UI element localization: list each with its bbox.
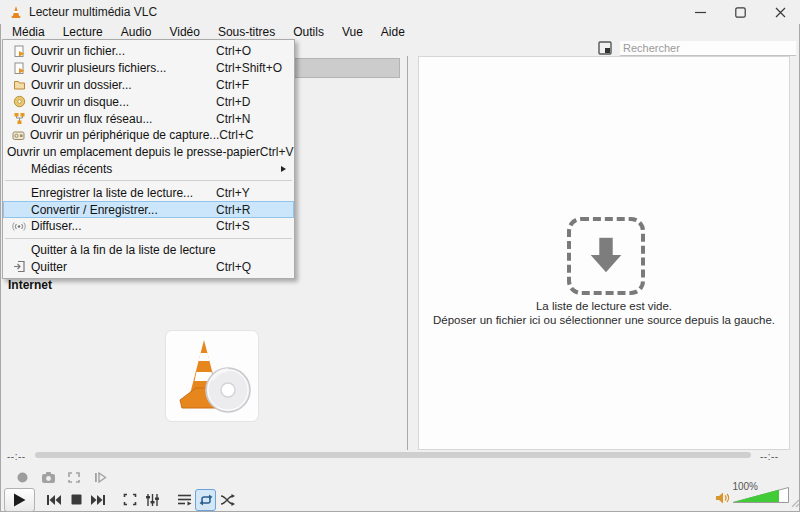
menu-item-quit-after-playlist[interactable]: Quitter à la fin de la liste de lecture xyxy=(3,242,294,259)
window-title: Lecteur multimédia VLC xyxy=(29,5,157,19)
ab-loop-icon[interactable] xyxy=(66,469,82,485)
panel-splitter[interactable] xyxy=(407,56,408,450)
menu-media[interactable]: Média xyxy=(3,24,54,41)
fullscreen-icon xyxy=(123,493,137,506)
menu-item-open-network-stream[interactable]: Ouvrir un flux réseau... Ctrl+N xyxy=(3,110,294,127)
vlc-cone-disc-icon xyxy=(170,336,254,416)
menu-vue[interactable]: Vue xyxy=(333,24,372,41)
media-file-icon xyxy=(7,45,31,58)
extended-settings-button[interactable] xyxy=(141,488,163,512)
vlc-logo-card xyxy=(165,330,259,422)
menu-separator xyxy=(5,238,292,239)
title-bar: Lecteur multimédia VLC xyxy=(0,0,800,24)
record-icon[interactable] xyxy=(14,469,30,485)
disc-icon xyxy=(7,95,31,108)
menu-item-open-multiple-files[interactable]: Ouvrir plusieurs fichiers... Ctrl+Shift+… xyxy=(3,60,294,77)
loop-icon xyxy=(199,494,213,506)
menu-item-recent-media[interactable]: Médias récents xyxy=(3,161,294,178)
minimize-icon[interactable] xyxy=(680,0,720,24)
loop-button[interactable] xyxy=(195,489,216,511)
menu-bar: Média Lecture Audio Vidéo Sous-titres Ou… xyxy=(0,24,800,40)
menu-item-open-capture-device[interactable]: Ouvrir un périphérique de capture... Ctr… xyxy=(3,127,294,144)
previous-button[interactable] xyxy=(43,488,65,512)
stop-icon xyxy=(71,494,82,505)
menu-item-stream[interactable]: Diffuser... Ctrl+S xyxy=(3,218,294,235)
time-total: --:-- xyxy=(760,451,779,462)
vlc-cone-icon xyxy=(9,5,23,19)
menu-soustitres[interactable]: Sous-titres xyxy=(209,24,284,41)
network-icon xyxy=(7,112,31,125)
shuffle-icon xyxy=(220,494,235,506)
previous-icon xyxy=(46,494,62,506)
menu-item-save-playlist[interactable]: Enregistrer la liste de lecture... Ctrl+… xyxy=(3,184,294,201)
menu-video[interactable]: Vidéo xyxy=(160,24,208,41)
seek-slider[interactable] xyxy=(35,452,751,458)
broadcast-icon xyxy=(7,220,31,233)
sidebar-group-internet[interactable]: Internet xyxy=(8,278,52,292)
drop-zone[interactable] xyxy=(567,217,645,295)
search-input[interactable] xyxy=(620,41,796,56)
next-icon xyxy=(90,494,106,506)
menu-audio[interactable]: Audio xyxy=(112,24,161,41)
window-controls xyxy=(680,0,800,24)
volume-slider[interactable] xyxy=(732,486,790,508)
speaker-icon[interactable] xyxy=(715,491,730,509)
fullscreen-button[interactable] xyxy=(119,488,141,512)
menu-item-quit[interactable]: Quitter Ctrl+Q xyxy=(3,259,294,276)
menu-item-open-folder[interactable]: Ouvrir un dossier... Ctrl+F xyxy=(3,77,294,94)
drop-arrow-icon xyxy=(583,233,629,279)
exit-icon xyxy=(7,260,31,273)
resize-grip[interactable] xyxy=(789,493,799,511)
advanced-controls xyxy=(14,468,108,486)
menu-item-open-disc[interactable]: Ouvrir un disque... Ctrl+D xyxy=(3,93,294,110)
media-file-icon xyxy=(7,62,31,75)
frame-step-icon[interactable] xyxy=(92,469,108,485)
play-icon xyxy=(13,493,26,507)
menu-lecture[interactable]: Lecture xyxy=(54,24,112,41)
playlist-icon xyxy=(177,493,192,506)
next-button[interactable] xyxy=(87,488,109,512)
menu-item-open-clipboard-location[interactable]: Ouvrir un emplacement depuis le presse-p… xyxy=(3,144,294,161)
playlist-empty-subtitle: Déposer un fichier ici ou sélectionner u… xyxy=(419,313,789,327)
menu-outils[interactable]: Outils xyxy=(284,24,333,41)
playlist-toggle-button[interactable] xyxy=(173,488,195,512)
transport-controls xyxy=(4,487,238,512)
capture-icon xyxy=(7,129,30,142)
equalizer-icon xyxy=(145,493,160,507)
vlc-window: Lecteur multimédia VLC Média Lecture Aud… xyxy=(0,0,800,512)
view-mode-icon[interactable] xyxy=(598,41,612,55)
shuffle-button[interactable] xyxy=(216,488,238,512)
menu-item-convert-save[interactable]: Convertir / Enregistrer... Ctrl+R xyxy=(3,201,294,218)
playlist-panel[interactable]: La liste de lecture est vide. Déposer un… xyxy=(418,56,790,450)
maximize-icon[interactable] xyxy=(720,0,760,24)
stop-button[interactable] xyxy=(65,488,87,512)
playlist-toolbar xyxy=(418,40,796,56)
snapshot-icon[interactable] xyxy=(40,469,56,485)
folder-icon xyxy=(7,78,31,91)
menu-aide[interactable]: Aide xyxy=(372,24,414,41)
play-button[interactable] xyxy=(4,488,35,512)
close-icon[interactable] xyxy=(760,0,800,24)
media-menu: Ouvrir un fichier... Ctrl+O Ouvrir plusi… xyxy=(2,39,295,279)
playlist-empty-message: La liste de lecture est vide. Déposer un… xyxy=(419,299,789,327)
menu-item-open-file[interactable]: Ouvrir un fichier... Ctrl+O xyxy=(3,43,294,60)
menu-separator xyxy=(5,180,292,181)
submenu-arrow-icon xyxy=(281,166,286,172)
time-elapsed: --:-- xyxy=(7,451,26,462)
playlist-empty-title: La liste de lecture est vide. xyxy=(419,299,789,313)
